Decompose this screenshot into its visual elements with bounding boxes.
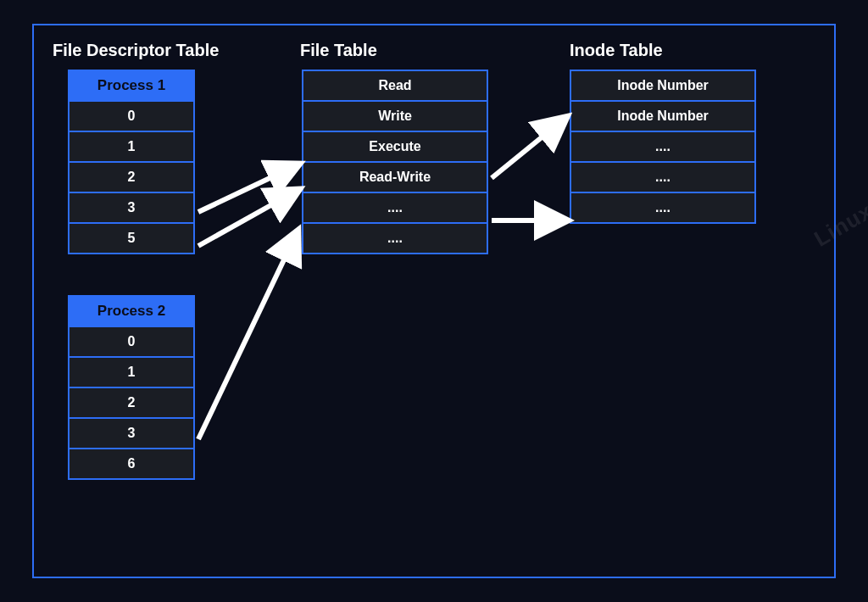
table-row: 6 [70, 449, 193, 478]
process-1-table: Process 1 0 1 2 3 5 [68, 70, 195, 254]
table-row: 2 [70, 388, 193, 419]
table-row: .... [571, 132, 754, 163]
file-table-title: File Table [300, 41, 377, 60]
process-2-header: Process 2 [70, 297, 193, 327]
table-row: 0 [70, 327, 193, 358]
table-row: 1 [70, 132, 193, 163]
table-row: .... [571, 163, 754, 193]
table-row: Read [303, 71, 487, 102]
table-row: 0 [70, 102, 193, 132]
table-row: 5 [70, 224, 193, 253]
file-table: Read Write Execute Read-Write .... .... [302, 70, 488, 254]
inode-table: Inode Number Inode Number .... .... .... [570, 70, 756, 224]
table-row: .... [571, 193, 754, 222]
table-row: 1 [70, 358, 193, 388]
table-row: Inode Number [571, 71, 754, 102]
inode-table-title: Inode Table [570, 41, 663, 60]
table-row: 3 [70, 193, 193, 224]
table-row: .... [303, 193, 487, 224]
table-row: .... [303, 224, 487, 253]
table-row: 2 [70, 163, 193, 193]
table-row: Read-Write [303, 163, 487, 193]
table-row: Write [303, 102, 487, 132]
table-row: Inode Number [571, 102, 754, 132]
fd-table-title: File Descriptor Table [53, 41, 219, 60]
table-row: 3 [70, 419, 193, 449]
process-2-table: Process 2 0 1 2 3 6 [68, 295, 195, 480]
table-row: Execute [303, 132, 487, 163]
process-1-header: Process 1 [70, 71, 193, 102]
